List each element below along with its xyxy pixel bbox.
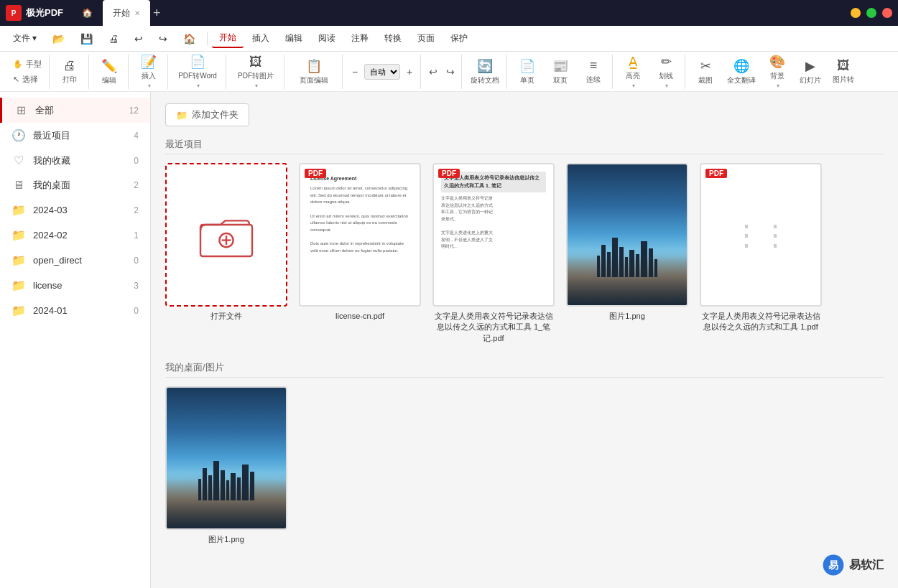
pdf-badge-doc2: PDF xyxy=(705,169,727,178)
file-card-img1-desktop[interactable]: PNG xyxy=(165,386,287,545)
menu-convert[interactable]: 转换 xyxy=(377,29,409,47)
zoom-select[interactable]: 自动 50% 75% 100% 125% 150% xyxy=(364,64,400,80)
open-file-card[interactable]: 打开文件 xyxy=(165,163,287,344)
next-page-button[interactable]: ↪ xyxy=(443,64,458,80)
rotate-icon: 🔄 xyxy=(477,58,493,74)
double-page-button[interactable]: 📰 双页 xyxy=(545,56,576,88)
open-file-label: 打开文件 xyxy=(210,311,242,322)
sidebar-item-2024-01[interactable]: 📁 2024-01 0 xyxy=(0,298,150,323)
hand-tool-button[interactable]: ✋ 手型 xyxy=(9,57,46,71)
file-card-img1[interactable]: PNG xyxy=(566,163,688,344)
menu-page[interactable]: 页面 xyxy=(410,29,442,47)
menu-undo-icon[interactable]: ↩ xyxy=(127,30,150,47)
single-page-button[interactable]: 📄 单页 xyxy=(512,56,543,88)
line-button[interactable]: ✏ 划线 ▾ xyxy=(650,56,682,88)
tab-start[interactable]: 开始 ✕ xyxy=(103,0,150,26)
city-image-thumb2 xyxy=(167,388,286,528)
file-card-doc1[interactable]: PDF 文字是人类用表义符号记录表达信息以传之久远的方式和工具 1_笔记 文字是… xyxy=(432,163,555,344)
file-name-img1: 图片1.png xyxy=(609,311,645,322)
sidebar-item-desktop[interactable]: 🖥 我的桌面 2 xyxy=(0,173,150,197)
file-name-img1-desktop: 图片1.png xyxy=(208,534,244,545)
folder-add-icon: 📁 xyxy=(176,110,188,121)
print-button[interactable]: 🖨 打印 xyxy=(54,56,85,88)
menu-redo-icon[interactable]: ↪ xyxy=(152,30,175,47)
menu-begin[interactable]: 开始 xyxy=(212,29,244,48)
pdf-badge-license-cn: PDF xyxy=(305,169,326,178)
menu-print-icon[interactable]: 🖨 xyxy=(101,30,126,47)
slide-button[interactable]: ▶ 幻灯片 xyxy=(795,56,826,88)
file-thumb-license-cn: PDF License Agreement Lorem ipsum dolor … xyxy=(299,163,421,307)
tool-rotate-group: 🔄 旋转文档 xyxy=(463,55,507,89)
tool-page-edit-group: 📋 页面编辑 xyxy=(286,55,343,89)
pdf-to-word-button[interactable]: 📄 PDF转Word ▾ xyxy=(172,56,223,88)
tab-start-close[interactable]: ✕ xyxy=(134,9,140,17)
highlight-button[interactable]: A̲ 高亮 ▾ xyxy=(617,56,649,88)
bg-button[interactable]: 🎨 背景 ▾ xyxy=(762,56,793,88)
menu-save-icon[interactable]: 💾 xyxy=(73,30,100,47)
pic-crop-button[interactable]: 🖼 图片转 xyxy=(828,56,859,88)
open-folder-svg xyxy=(198,210,255,260)
main-layout: ⊞ 全部 12 🕐 最近项目 4 ♡ 我的收藏 0 🖥 我的桌面 2 📁 202… xyxy=(0,92,898,588)
menu-insert[interactable]: 插入 xyxy=(245,29,277,47)
tab-add-button[interactable]: + xyxy=(153,6,161,21)
edit-icon: ✏️ xyxy=(101,58,117,74)
pic-crop-icon: 🖼 xyxy=(837,58,850,73)
all-icon: ⊞ xyxy=(14,103,28,117)
menu-file[interactable]: 文件 ▾ xyxy=(6,29,44,47)
select-tool-button[interactable]: ↖ 选择 xyxy=(9,73,46,86)
printer-icon: 🖨 xyxy=(63,58,76,73)
menu-open-icon[interactable]: 📂 xyxy=(45,30,72,47)
folder-icon-1: 📁 xyxy=(11,203,26,217)
recent-file-grid: 打开文件 PDF License Agreement Lorem ipsum d… xyxy=(165,163,884,344)
sidebar-item-license[interactable]: 📁 license 3 xyxy=(0,273,150,298)
translate-button[interactable]: 🌐 全文翻译 xyxy=(723,56,760,88)
sidebar-item-favorites[interactable]: ♡ 我的收藏 0 xyxy=(0,148,150,173)
menu-protect[interactable]: 保护 xyxy=(443,29,475,47)
app-logo: P 极光PDF xyxy=(6,5,63,21)
page-edit-icon: 📋 xyxy=(306,58,322,74)
minimize-button[interactable] xyxy=(851,8,861,18)
close-button[interactable] xyxy=(882,8,892,18)
rotate-button[interactable]: 🔄 旋转文档 xyxy=(466,56,504,88)
sidebar-item-2024-03[interactable]: 📁 2024-03 2 xyxy=(0,197,150,223)
menu-edit[interactable]: 编辑 xyxy=(278,29,310,47)
tab-home[interactable]: 🏠 xyxy=(72,0,103,26)
pdf-to-img-button[interactable]: 🖼 PDF转图片 ▾ xyxy=(231,56,281,88)
clock-icon: 🕐 xyxy=(11,129,26,142)
sidebar-item-all[interactable]: ⊞ 全部 12 xyxy=(0,98,150,123)
file-card-doc2[interactable]: PDF ⋮⋮ 文字是人类用表义符号记录表达信息以传之久远的方式和工具 1.pdf xyxy=(700,163,822,344)
menu-read[interactable]: 阅读 xyxy=(311,29,343,47)
monitor-icon: 🖥 xyxy=(11,179,26,192)
insert-button[interactable]: 📝 插入 ▾ xyxy=(133,56,165,88)
pdf-content-license-cn: License Agreement Lorem ipsum dolor sit … xyxy=(300,164,420,305)
translate-icon: 🌐 xyxy=(733,58,749,74)
zoom-in-button[interactable]: + xyxy=(402,64,417,80)
line-icon: ✏ xyxy=(661,54,672,70)
maximize-button[interactable] xyxy=(866,8,876,18)
toolbar: ✋ 手型 ↖ 选择 🖨 打印 ✏️ 编辑 📝 插入 ▾ 📄 PDF转W xyxy=(0,52,898,92)
word-dropdown-arrow: ▾ xyxy=(197,83,200,89)
sidebar-item-2024-02[interactable]: 📁 2024-02 1 xyxy=(0,223,150,248)
edit-button[interactable]: ✏️ 编辑 xyxy=(93,56,125,88)
menu-home-icon[interactable]: 🏠 xyxy=(176,30,203,47)
file-card-license-cn[interactable]: PDF License Agreement Lorem ipsum dolor … xyxy=(299,163,421,344)
single-page-icon: 📄 xyxy=(519,58,535,74)
hand-icon: ✋ xyxy=(13,60,23,69)
open-file-thumb[interactable] xyxy=(165,163,287,307)
continue-view-button[interactable]: ≡ 连续 xyxy=(578,56,609,88)
sidebar-item-open-direct[interactable]: 📁 open_direct 0 xyxy=(0,248,150,273)
cut-button[interactable]: ✂ 裁图 xyxy=(690,56,721,88)
desktop-section-title: 我的桌面/图片 xyxy=(165,361,884,378)
prev-page-button[interactable]: ↩ xyxy=(425,64,441,80)
add-folder-button[interactable]: 📁 添加文件夹 xyxy=(165,103,249,126)
slide-icon: ▶ xyxy=(805,58,815,74)
tool-hand-select-group: ✋ 手型 ↖ 选择 xyxy=(6,55,50,89)
zoom-out-button[interactable]: − xyxy=(347,64,363,80)
menu-annotate[interactable]: 注释 xyxy=(344,29,376,47)
file-thumb-img1-desktop: PNG xyxy=(165,386,287,530)
page-edit-button[interactable]: 📋 页面编辑 xyxy=(289,56,339,88)
continue-icon: ≡ xyxy=(590,58,598,73)
word-icon: 📄 xyxy=(190,54,205,70)
sidebar-item-recent[interactable]: 🕐 最近项目 4 xyxy=(0,123,150,148)
city-image-thumb1 xyxy=(568,164,687,305)
